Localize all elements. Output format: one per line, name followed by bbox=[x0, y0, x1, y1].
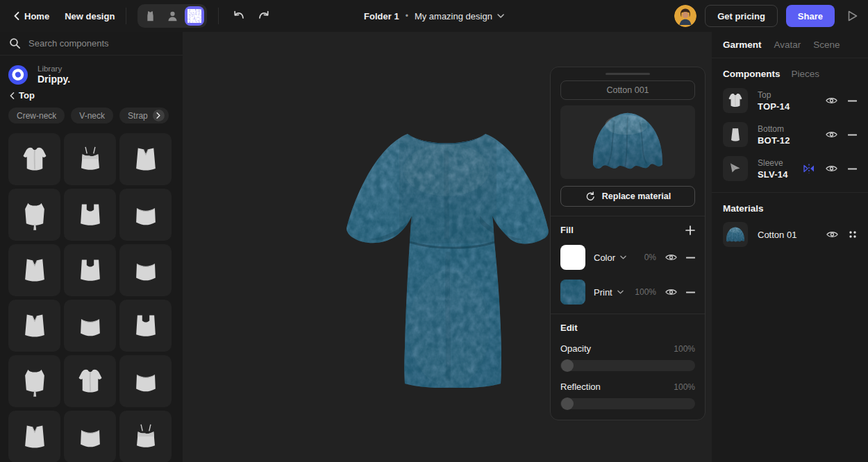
bottom-thumbnail bbox=[723, 122, 748, 147]
component-thumbnail-twist-bandeau[interactable] bbox=[64, 300, 116, 352]
chip-crew-neck[interactable]: Crew-neck bbox=[8, 108, 65, 123]
component-thumbnail-ruched-tube[interactable] bbox=[119, 355, 172, 407]
remove-fill-minus-icon[interactable] bbox=[686, 257, 695, 259]
remove-component-minus-icon[interactable] bbox=[848, 134, 857, 136]
component-type: Bottom bbox=[758, 124, 790, 134]
component-thumbnail-crop-tee[interactable] bbox=[8, 133, 60, 185]
component-thumbnail-cami[interactable] bbox=[64, 133, 116, 185]
divider bbox=[551, 216, 705, 216]
component-thumbnail-one-shoulder[interactable] bbox=[64, 411, 116, 462]
material-options-grid-icon[interactable] bbox=[849, 230, 857, 239]
component-thumbnail-square-tank[interactable] bbox=[64, 189, 116, 241]
component-thumbnail-keyhole-top[interactable] bbox=[8, 300, 60, 352]
visibility-toggle-eye-icon[interactable] bbox=[665, 253, 677, 262]
material-row-cotton[interactable]: Cotton 01 bbox=[723, 222, 857, 247]
component-thumbnail-v-tank[interactable] bbox=[8, 411, 60, 462]
chips-scroll-right-button[interactable] bbox=[153, 110, 165, 121]
chevron-left-icon bbox=[10, 92, 15, 99]
design-name: My amazing design bbox=[415, 11, 492, 22]
component-row-bottom[interactable]: Bottom BOT-12 bbox=[723, 122, 857, 147]
dress-3d-model[interactable] bbox=[344, 127, 549, 388]
library-header[interactable]: Library Drippy. bbox=[8, 65, 183, 85]
breadcrumb-back[interactable]: Top bbox=[10, 90, 183, 101]
chip-label: Strap bbox=[128, 111, 148, 121]
component-type: Sleeve bbox=[758, 158, 788, 168]
remove-component-minus-icon[interactable] bbox=[848, 168, 857, 170]
subtab-pieces[interactable]: Pieces bbox=[792, 69, 820, 79]
reflection-value[interactable]: 100% bbox=[674, 382, 695, 392]
redo-button[interactable] bbox=[255, 7, 273, 25]
garment-thumb-image bbox=[17, 142, 53, 178]
material-name: Cotton 01 bbox=[758, 230, 796, 240]
garment-thumb-image bbox=[72, 419, 108, 455]
reflection-slider-knob[interactable] bbox=[561, 397, 574, 410]
add-fill-button[interactable] bbox=[685, 225, 695, 235]
component-thumbnail-asym-drape[interactable] bbox=[64, 355, 116, 407]
visibility-toggle-eye-icon[interactable] bbox=[826, 96, 837, 105]
opacity-slider-knob[interactable] bbox=[561, 359, 574, 372]
material-view-button[interactable] bbox=[185, 6, 204, 26]
garment-thumb-image bbox=[17, 197, 53, 233]
chip-v-neck[interactable]: V-neck bbox=[71, 108, 113, 123]
user-avatar[interactable] bbox=[674, 5, 696, 27]
visibility-toggle-eye-icon[interactable] bbox=[826, 164, 837, 173]
search-input[interactable] bbox=[28, 38, 169, 49]
component-thumbnail-tie-tank[interactable] bbox=[8, 189, 60, 241]
mirror-symmetry-icon[interactable] bbox=[803, 163, 815, 174]
component-thumbnail-notch-crop[interactable] bbox=[119, 133, 172, 185]
component-thumbnail-smocked-cami[interactable] bbox=[119, 411, 172, 462]
design-name-menu[interactable]: My amazing design bbox=[415, 11, 504, 22]
component-row-top[interactable]: Top TOP-14 bbox=[723, 88, 857, 113]
chip-strap[interactable]: Strap bbox=[119, 108, 169, 123]
tab-avatar[interactable]: Avatar bbox=[774, 40, 801, 50]
visibility-toggle-eye-icon[interactable] bbox=[826, 230, 838, 239]
new-design-button[interactable]: New design bbox=[65, 11, 115, 22]
material-name-field[interactable] bbox=[560, 80, 695, 100]
home-button[interactable]: Home bbox=[14, 11, 49, 22]
color-swatch[interactable] bbox=[560, 245, 585, 270]
folder-name[interactable]: Folder 1 bbox=[364, 11, 399, 22]
fill-type-dropdown[interactable] bbox=[617, 290, 624, 294]
tab-garment[interactable]: Garment bbox=[723, 40, 762, 50]
component-code: BOT-12 bbox=[758, 135, 790, 146]
fill-opacity-value[interactable]: 100% bbox=[635, 287, 656, 297]
component-row-sleeve[interactable]: Sleeve SLV-14 bbox=[723, 156, 857, 181]
component-thumbnail-ruched-top[interactable] bbox=[64, 244, 116, 296]
chevron-down-icon bbox=[620, 255, 626, 259]
reflection-label: Reflection bbox=[560, 382, 601, 392]
viewport-3d[interactable]: Replace material Fill Color 0% bbox=[183, 32, 712, 462]
visibility-toggle-eye-icon[interactable] bbox=[665, 288, 677, 296]
fill-row-print: Print 100% bbox=[560, 280, 695, 305]
material-properties-panel: Replace material Fill Color 0% bbox=[550, 67, 706, 420]
component-text: Sleeve SLV-14 bbox=[758, 158, 788, 180]
garment-view-button[interactable] bbox=[140, 6, 160, 26]
component-thumbnail-basic-crop[interactable] bbox=[119, 244, 172, 296]
opacity-slider[interactable] bbox=[560, 360, 695, 371]
remove-fill-minus-icon[interactable] bbox=[686, 291, 695, 293]
subtab-components[interactable]: Components bbox=[723, 69, 781, 79]
undo-button[interactable] bbox=[230, 7, 248, 25]
category-chips: Crew-neck V-neck Strap bbox=[8, 108, 183, 123]
fill-opacity-value[interactable]: 0% bbox=[644, 253, 656, 262]
visibility-toggle-eye-icon[interactable] bbox=[826, 130, 837, 139]
fill-type-dropdown[interactable] bbox=[620, 255, 626, 259]
component-thumbnail-mock-neck[interactable] bbox=[119, 300, 172, 352]
get-pricing-button[interactable]: Get pricing bbox=[705, 5, 778, 27]
tab-scene[interactable]: Scene bbox=[813, 40, 840, 50]
reflection-slider[interactable] bbox=[560, 398, 695, 409]
opacity-value[interactable]: 100% bbox=[674, 344, 695, 354]
component-thumbnail-scoop-halter[interactable] bbox=[8, 244, 60, 296]
share-button[interactable]: Share bbox=[786, 5, 835, 27]
panel-drag-handle[interactable] bbox=[606, 73, 650, 75]
garment-thumb-image bbox=[128, 419, 164, 455]
component-thumbnail-halter[interactable] bbox=[8, 355, 60, 407]
replace-material-button[interactable]: Replace material bbox=[560, 186, 695, 207]
present-button[interactable] bbox=[843, 7, 861, 25]
divider bbox=[126, 8, 126, 24]
component-thumbnail-tube[interactable] bbox=[119, 189, 172, 241]
remove-component-minus-icon[interactable] bbox=[848, 100, 857, 102]
print-swatch[interactable] bbox=[560, 280, 585, 305]
divider bbox=[218, 8, 219, 24]
garment-thumb-image bbox=[17, 419, 53, 455]
avatar-view-button[interactable] bbox=[162, 6, 182, 26]
